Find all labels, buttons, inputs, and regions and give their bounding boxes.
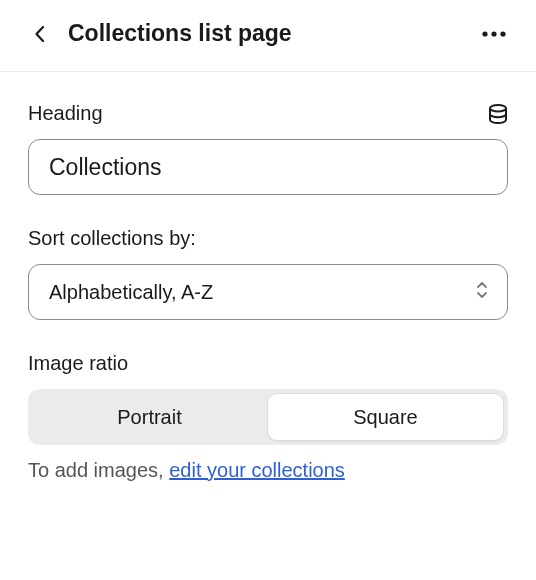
chevron-left-icon [35, 26, 44, 42]
heading-input[interactable] [28, 139, 508, 195]
image-ratio-label: Image ratio [28, 352, 508, 375]
heading-label: Heading [28, 102, 103, 125]
sort-select[interactable]: Alphabetically, A-Z [28, 264, 508, 320]
database-icon [488, 104, 508, 124]
header-left: Collections list page [28, 20, 292, 47]
page-header: Collections list page [0, 0, 536, 72]
svg-point-0 [482, 31, 487, 36]
more-horizontal-icon [482, 31, 506, 37]
image-ratio-help: To add images, edit your collections [28, 459, 508, 482]
settings-content: Heading Sort collections by: Alphabetica… [0, 72, 536, 502]
svg-point-1 [491, 31, 496, 36]
sort-select-wrap: Alphabetically, A-Z [28, 264, 508, 320]
heading-section: Heading [28, 102, 508, 195]
segment-portrait[interactable]: Portrait [32, 393, 267, 441]
edit-collections-link[interactable]: edit your collections [169, 459, 345, 481]
sort-label: Sort collections by: [28, 227, 508, 250]
page-title: Collections list page [68, 20, 292, 47]
segment-portrait-label: Portrait [117, 406, 181, 429]
image-ratio-section: Image ratio Portrait Square To add image… [28, 352, 508, 482]
svg-point-3 [490, 105, 506, 111]
sort-section: Sort collections by: Alphabetically, A-Z [28, 227, 508, 320]
segment-square-label: Square [353, 406, 418, 429]
more-button[interactable] [480, 23, 508, 45]
back-button[interactable] [28, 23, 50, 45]
image-ratio-segmented: Portrait Square [28, 389, 508, 445]
dynamic-source-button[interactable] [488, 104, 508, 124]
segment-square[interactable]: Square [267, 393, 504, 441]
svg-point-2 [500, 31, 505, 36]
help-prefix: To add images, [28, 459, 169, 481]
heading-label-row: Heading [28, 102, 508, 125]
